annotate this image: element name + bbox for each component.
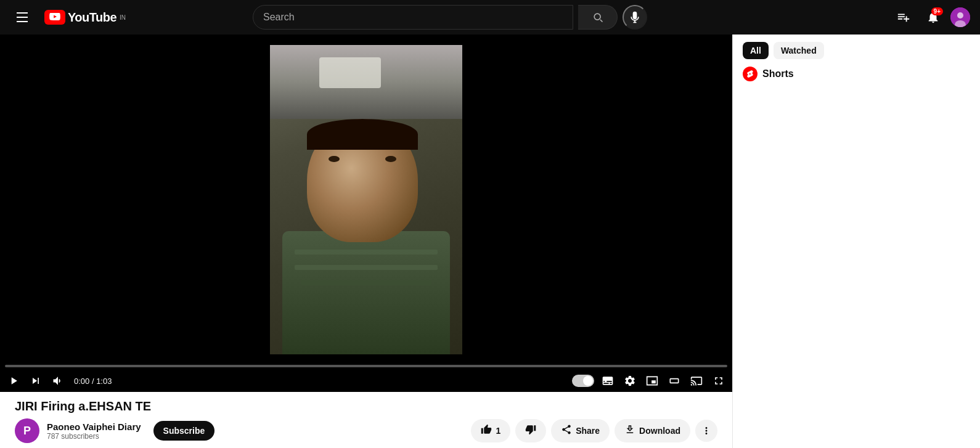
channel-info: Paoneo Vaiphei Diary 787 subscribers: [47, 422, 141, 441]
controls-row: 0:00 / 1:03: [5, 372, 727, 389]
uniform-stripe-2: [295, 265, 438, 270]
sidebar: All Watched Shorts: [732, 35, 980, 448]
video-controls: 0:00 / 1:03: [0, 365, 732, 392]
fullscreen-button[interactable]: [710, 372, 727, 389]
hamburger-icon: [17, 12, 28, 22]
search-icon: [592, 11, 604, 23]
toggle-knob: [583, 376, 593, 386]
video-person-face: [307, 119, 418, 242]
download-svg-icon: [624, 424, 635, 435]
shorts-icon: [743, 67, 757, 81]
share-svg-icon: [561, 424, 572, 435]
channel-row: P Paoneo Vaiphei Diary 787 subscribers S…: [15, 418, 717, 443]
action-buttons: 1: [471, 419, 717, 442]
video-person: [270, 45, 462, 354]
face-eye-left: [329, 156, 340, 162]
search-bar: [253, 5, 573, 30]
autoplay-toggle[interactable]: [572, 375, 594, 387]
header: YouTubeIN 9+: [0, 0, 980, 35]
header-right: 9+: [891, 5, 970, 30]
share-icon: [561, 424, 572, 438]
filter-all-chip[interactable]: All: [743, 42, 769, 59]
create-button[interactable]: [891, 5, 916, 30]
fullscreen-icon: [713, 375, 725, 387]
create-icon: [897, 10, 910, 24]
progress-bar[interactable]: [5, 365, 727, 367]
search-input[interactable]: [263, 12, 563, 23]
uniform-stripe-3: [301, 280, 431, 285]
dislike-icon: [525, 424, 536, 435]
profile-image: [950, 7, 970, 27]
shorts-section-title: Shorts: [762, 68, 794, 79]
subscribe-button[interactable]: Subscribe: [153, 421, 215, 441]
channel-name[interactable]: Paoneo Vaiphei Diary: [47, 422, 141, 432]
sidebar-filter-row: All Watched: [743, 42, 970, 59]
youtube-logo[interactable]: YouTubeIN: [44, 10, 126, 25]
uniform-stripe-1: [295, 250, 438, 255]
youtube-wordmark: YouTube: [68, 10, 116, 25]
country-code: IN: [120, 14, 126, 21]
settings-icon: [624, 375, 636, 387]
play-icon: [7, 375, 20, 387]
voice-search-button[interactable]: [623, 5, 647, 30]
avatar[interactable]: [950, 7, 970, 27]
toggle-track: [572, 375, 594, 387]
next-button[interactable]: [27, 372, 44, 389]
video-info: JIRI Firing a.EHSAN TE P Paoneo Vaiphei …: [0, 392, 732, 448]
settings-button[interactable]: [621, 372, 639, 389]
cast-button[interactable]: [688, 372, 705, 389]
subtitles-button[interactable]: [599, 372, 616, 389]
cc-icon: [602, 375, 614, 387]
dislike-button[interactable]: [515, 419, 546, 442]
search-bar-container: [253, 5, 647, 30]
search-button[interactable]: [578, 5, 618, 30]
miniplayer-icon: [646, 375, 658, 387]
download-icon: [624, 424, 635, 438]
more-icon: [701, 425, 712, 436]
cast-icon: [690, 375, 703, 387]
video-content: [270, 45, 462, 354]
notification-badge: 9+: [931, 7, 943, 15]
svg-point-1: [957, 12, 963, 18]
play-button[interactable]: [5, 372, 22, 389]
hamburger-menu-button[interactable]: [10, 5, 35, 30]
thumbs-down-icon: [525, 424, 536, 438]
youtube-play-icon: [49, 13, 60, 22]
skip-icon: [30, 375, 42, 387]
video-title: JIRI Firing a.EHSAN TE: [15, 399, 717, 413]
volume-icon: [52, 375, 64, 387]
video-section: 0:00 / 1:03: [0, 35, 732, 448]
video-player[interactable]: [0, 35, 732, 365]
thumbs-up-icon: [481, 424, 492, 438]
shorts-section-header: Shorts: [743, 67, 970, 81]
main-container: 0:00 / 1:03: [0, 35, 980, 448]
miniplayer-button[interactable]: [643, 372, 661, 389]
channel-avatar-letter: P: [23, 425, 31, 438]
ceiling-light: [319, 57, 381, 88]
like-button[interactable]: 1: [471, 419, 510, 442]
download-button[interactable]: Download: [615, 419, 690, 442]
theater-button[interactable]: [666, 372, 683, 389]
theater-icon: [668, 375, 680, 387]
filter-watched-chip[interactable]: Watched: [774, 42, 824, 59]
shorts-svg-icon: [746, 70, 754, 78]
share-button[interactable]: Share: [551, 419, 610, 442]
video-body-uniform: [282, 231, 450, 354]
like-icon: [481, 424, 492, 435]
video-ceiling: [270, 45, 462, 119]
header-left: YouTubeIN: [10, 5, 126, 30]
time-display: 0:00 / 1:03: [74, 377, 112, 386]
channel-avatar[interactable]: P: [15, 418, 39, 443]
like-count: 1: [496, 426, 500, 436]
subscriber-count: 787 subscribers: [47, 432, 141, 441]
download-label: Download: [639, 426, 680, 436]
more-options-button[interactable]: [695, 420, 717, 442]
youtube-icon: [44, 10, 65, 25]
notifications-button[interactable]: 9+: [921, 5, 945, 30]
face-hair: [307, 119, 418, 150]
share-label: Share: [576, 426, 600, 436]
mic-icon: [629, 11, 641, 23]
face-eye-right: [385, 156, 396, 162]
volume-button[interactable]: [49, 372, 67, 389]
